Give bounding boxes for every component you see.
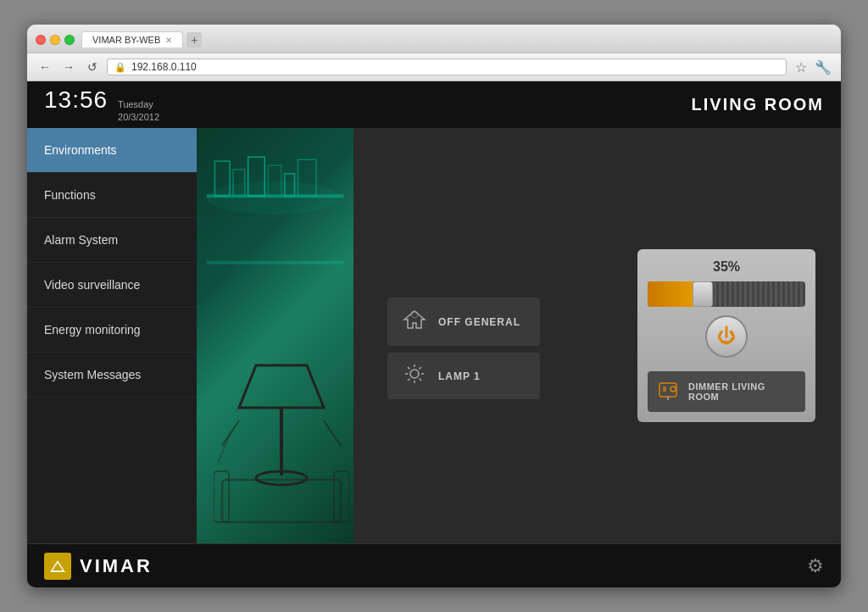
dimmer-slider-thumb[interactable] (693, 281, 713, 307)
sidebar-item-video[interactable]: Video surveillance (27, 263, 197, 308)
browser-toolbar: ← → ↺ 🔒 192.168.0.110 ☆ 🔧 (27, 53, 841, 81)
sidebar-item-alarm[interactable]: Alarm System (27, 218, 197, 263)
traffic-lights (36, 35, 75, 45)
svg-line-29 (408, 379, 410, 381)
dimmer-device-icon (656, 378, 680, 405)
tab-close-button[interactable]: ✕ (165, 36, 172, 45)
time-container: 13:56 Tuesday 20/3/2012 (44, 86, 159, 123)
svg-rect-1 (207, 261, 344, 264)
dimmer-device-label: DIMMER LIVING ROOM (688, 381, 797, 402)
svg-line-26 (408, 367, 410, 370)
main-content: OFF GENERAL (197, 128, 841, 543)
svg-rect-30 (659, 383, 676, 397)
dimmer-widget: 35% ⏻ (637, 249, 815, 422)
day-label: Tuesday (118, 98, 159, 110)
svg-point-8 (207, 181, 340, 214)
sidebar-item-functions[interactable]: Functions (27, 173, 197, 218)
browser-window: VIMAR BY-WEB ✕ + ← → ↺ 🔒 192.168.0.110 ☆… (27, 25, 841, 587)
settings-gear-icon[interactable]: ⚙ (807, 555, 824, 577)
lamp-illustration (214, 314, 349, 526)
svg-point-32 (670, 387, 676, 392)
minimize-button[interactable] (50, 35, 60, 45)
new-tab-button[interactable]: + (186, 32, 202, 47)
bookmark-button[interactable]: ☆ (792, 58, 810, 76)
dimmer-percent: 35% (648, 259, 805, 275)
refresh-button[interactable]: ↺ (83, 58, 102, 76)
off-general-icon (401, 308, 428, 336)
dimmer-label-row[interactable]: DIMMER LIVING ROOM (648, 371, 805, 412)
lamp1-label: LAMP 1 (438, 370, 481, 382)
vimar-logo: VIMAR (44, 553, 153, 580)
tab-title: VIMAR BY-WEB (92, 35, 160, 45)
off-general-label: OFF GENERAL (438, 316, 520, 328)
app-container: 13:56 Tuesday 20/3/2012 LIVING ROOM Envi… (27, 81, 841, 587)
app-footer: VIMAR ⚙ (27, 543, 841, 587)
app-header: 13:56 Tuesday 20/3/2012 LIVING ROOM (27, 81, 841, 128)
app-body: Environments Functions Alarm System Vide… (27, 128, 841, 543)
lamp1-control[interactable]: LAMP 1 (387, 353, 540, 399)
tab-area: VIMAR BY-WEB ✕ + (81, 31, 832, 47)
address-icon: 🔒 (114, 62, 126, 73)
current-time: 13:56 (44, 86, 108, 114)
browser-titlebar: VIMAR BY-WEB ✕ + (27, 25, 841, 53)
date-container: Tuesday 20/3/2012 (111, 98, 159, 123)
room-title: LIVING ROOM (692, 95, 824, 114)
vimar-brand: VIMAR (80, 555, 153, 577)
close-button[interactable] (36, 35, 46, 45)
svg-rect-31 (663, 387, 666, 392)
power-icon: ⏻ (717, 325, 736, 348)
sidebar-item-messages[interactable]: System Messages (27, 353, 197, 398)
dimmer-slider-track[interactable] (648, 281, 805, 307)
date-label: 20/3/2012 (118, 111, 159, 123)
dimmer-power-button[interactable]: ⏻ (705, 315, 748, 358)
svg-point-21 (410, 370, 419, 378)
lamp1-icon (401, 363, 428, 389)
off-general-control[interactable]: OFF GENERAL (387, 298, 540, 346)
sidebar-item-energy[interactable]: Energy monitoring (27, 308, 197, 353)
svg-line-28 (420, 367, 422, 370)
svg-line-13 (324, 420, 341, 446)
bg-illustration (197, 128, 353, 543)
address-bar[interactable]: 🔒 192.168.0.110 (107, 58, 787, 75)
maximize-button[interactable] (64, 35, 75, 45)
svg-marker-9 (239, 365, 324, 408)
wrench-button[interactable]: 🔧 (814, 58, 832, 76)
address-text: 192.168.0.110 (131, 61, 197, 73)
svg-line-14 (218, 433, 231, 463)
back-button[interactable]: ← (36, 58, 54, 76)
toolbar-icons: ☆ 🔧 (792, 58, 832, 76)
forward-button[interactable]: → (59, 58, 78, 76)
svg-line-27 (420, 379, 422, 381)
svg-marker-18 (404, 311, 425, 328)
vimar-badge (44, 553, 71, 580)
browser-tab[interactable]: VIMAR BY-WEB ✕ (81, 31, 183, 47)
sidebar-item-environments[interactable]: Environments (27, 128, 197, 173)
sidebar: Environments Functions Alarm System Vide… (27, 128, 197, 543)
